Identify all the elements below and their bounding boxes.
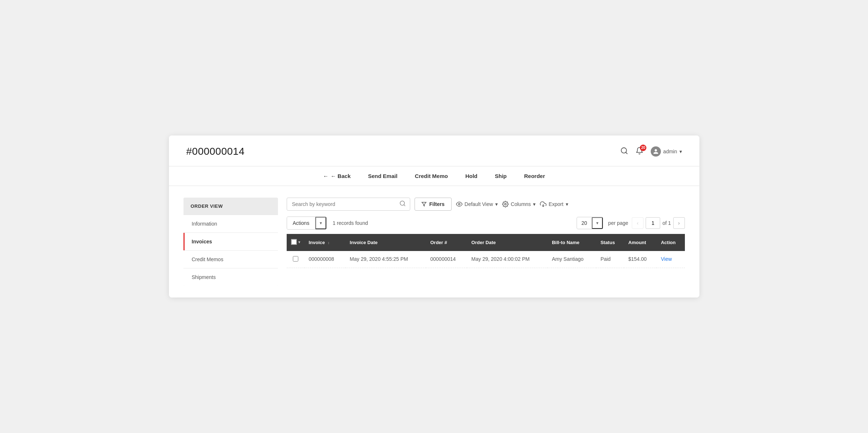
ship-label: Ship <box>495 173 507 179</box>
eye-icon <box>456 201 463 207</box>
order-title: #000000014 <box>186 146 245 157</box>
admin-chevron-icon: ▾ <box>679 149 682 154</box>
cell-action: View <box>657 251 685 268</box>
page-nav: ‹ of 1 › <box>632 217 685 229</box>
th-order-number[interactable]: Order # <box>426 234 467 251</box>
notification-badge: 20 <box>640 145 646 151</box>
reorder-label: Reorder <box>524 173 545 179</box>
filters-button[interactable]: Filters <box>415 198 452 211</box>
th-bill-to-name[interactable]: Bill-to Name <box>548 234 596 251</box>
svg-point-6 <box>505 203 506 205</box>
th-action[interactable]: Action <box>657 234 685 251</box>
search-input-wrap <box>287 198 410 211</box>
sidebar: ORDER VIEW Information Invoices Credit M… <box>183 198 278 286</box>
sidebar-item-shipments-label: Shipments <box>192 274 216 280</box>
avatar <box>651 146 661 157</box>
reorder-button[interactable]: Reorder <box>524 173 545 179</box>
cell-order-date: May 29, 2020 4:00:02 PM <box>467 251 548 268</box>
per-page-caret-button[interactable]: ▾ <box>592 217 603 229</box>
th-amount[interactable]: Amount <box>624 234 657 251</box>
send-email-button[interactable]: Send Email <box>368 173 397 179</box>
page-next-button[interactable]: › <box>673 217 685 229</box>
ship-button[interactable]: Ship <box>495 173 507 179</box>
action-bar: ← ← Back Send Email Credit Memo Hold Shi… <box>169 166 699 186</box>
th-invoice[interactable]: Invoice ↕ <box>304 234 346 251</box>
actions-dropdown: Actions ▾ <box>287 216 327 230</box>
cell-invoice-date: May 29, 2020 4:55:25 PM <box>346 251 426 268</box>
th-order-date[interactable]: Order Date <box>467 234 548 251</box>
page-of: of 1 <box>662 220 671 226</box>
content-area: ORDER VIEW Information Invoices Credit M… <box>169 186 699 298</box>
gear-icon <box>502 201 509 207</box>
export-icon <box>540 201 546 207</box>
search-filter-row: Filters Default View ▾ Columns ▾ <box>287 198 685 211</box>
view-link[interactable]: View <box>661 256 672 262</box>
actions-caret-button[interactable]: ▾ <box>315 217 326 229</box>
svg-line-3 <box>404 205 405 206</box>
filters-label: Filters <box>429 201 445 207</box>
sidebar-item-shipments[interactable]: Shipments <box>183 268 278 286</box>
cell-invoice: 000000008 <box>304 251 346 268</box>
columns-label: Columns <box>511 201 531 207</box>
view-chevron-icon: ▾ <box>495 201 498 207</box>
columns-button[interactable]: Columns ▾ <box>502 201 536 207</box>
filter-icon <box>421 202 427 207</box>
person-icon <box>653 149 659 154</box>
export-label: Export <box>549 201 563 207</box>
sidebar-item-credit-memos-label: Credit Memos <box>192 256 223 262</box>
svg-point-5 <box>458 203 460 205</box>
sidebar-item-information[interactable]: Information <box>183 215 278 232</box>
page-prev-button[interactable]: ‹ <box>632 217 643 229</box>
send-email-label: Send Email <box>368 173 397 179</box>
notification-button[interactable]: 20 <box>635 147 643 157</box>
export-button[interactable]: Export ▾ <box>540 201 568 207</box>
credit-memo-label: Credit Memo <box>415 173 448 179</box>
actions-pagination-row: Actions ▾ 1 records found 20 ▾ per page … <box>287 216 685 230</box>
cell-status: Paid <box>596 251 624 268</box>
th-invoice-date[interactable]: Invoice Date <box>346 234 426 251</box>
header-search-button[interactable] <box>620 147 628 157</box>
top-header: #000000014 20 admin ▾ <box>169 135 699 166</box>
svg-marker-4 <box>422 202 426 206</box>
select-all-caret[interactable]: ▾ <box>298 240 300 244</box>
sidebar-item-information-label: Information <box>192 221 217 227</box>
search-icon <box>399 200 406 207</box>
cell-amount: $154.00 <box>624 251 657 268</box>
search-input[interactable] <box>287 198 410 211</box>
per-page-value: 20 <box>577 218 592 228</box>
header-actions: 20 admin ▾ <box>620 146 682 157</box>
invoices-table: ▾ Invoice ↕ Invoice Date Order # Order D… <box>287 234 685 268</box>
checkbox-header: ▾ <box>291 239 300 245</box>
th-status[interactable]: Status <box>596 234 624 251</box>
cell-bill-to-name: Amy Santiago <box>548 251 596 268</box>
credit-memo-button[interactable]: Credit Memo <box>415 173 448 179</box>
default-view-label: Default View <box>465 201 493 207</box>
back-arrow-icon: ← <box>323 173 328 179</box>
page-input[interactable] <box>646 217 660 229</box>
actions-left: Actions ▾ 1 records found <box>287 216 368 230</box>
sort-icon-invoice: ↕ <box>328 241 330 245</box>
row-checkbox[interactable] <box>293 256 298 262</box>
columns-chevron-icon: ▾ <box>533 201 536 207</box>
cell-order-number: 000000014 <box>426 251 467 268</box>
sidebar-item-credit-memos[interactable]: Credit Memos <box>183 251 278 268</box>
main-card: #000000014 20 admin ▾ <box>169 135 699 298</box>
per-page-label: per page <box>608 220 628 226</box>
table-header: ▾ Invoice ↕ Invoice Date Order # Order D… <box>287 234 685 251</box>
back-label: ← Back <box>331 173 351 179</box>
sidebar-item-invoices-label: Invoices <box>192 239 212 244</box>
default-view-button[interactable]: Default View ▾ <box>456 201 498 207</box>
row-checkbox-cell <box>287 251 304 268</box>
admin-label: admin <box>663 149 677 154</box>
select-all-checkbox[interactable] <box>291 239 297 245</box>
search-submit-button[interactable] <box>399 200 406 208</box>
admin-menu-button[interactable]: admin ▾ <box>651 146 682 157</box>
th-checkbox: ▾ <box>287 234 304 251</box>
hold-button[interactable]: Hold <box>465 173 477 179</box>
search-icon <box>620 147 628 155</box>
back-button[interactable]: ← ← Back <box>323 173 351 179</box>
actions-label: Actions <box>287 217 316 229</box>
records-found: 1 records found <box>332 220 368 226</box>
export-chevron-icon: ▾ <box>566 201 568 207</box>
sidebar-item-invoices[interactable]: Invoices <box>183 233 278 250</box>
